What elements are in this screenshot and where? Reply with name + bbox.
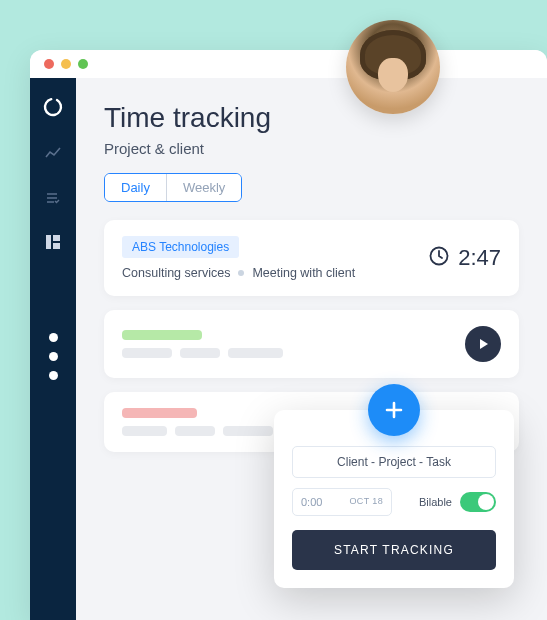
tab-daily[interactable]: Daily [105, 174, 166, 201]
placeholder-bar [175, 426, 215, 436]
logo-icon [42, 96, 64, 122]
billable-label: Bilable [419, 496, 452, 508]
client-chip[interactable]: ABS Technologies [122, 236, 239, 258]
page-subtitle: Project & client [104, 140, 519, 157]
svg-point-0 [42, 96, 64, 118]
sidebar-more-dots[interactable] [49, 333, 58, 380]
clock-icon [428, 245, 450, 271]
placeholder-bar [122, 408, 197, 418]
start-tracking-button[interactable]: START TRACKING [292, 530, 496, 570]
window-minimize-icon[interactable] [61, 59, 71, 69]
placeholder-bar [122, 330, 202, 340]
avatar [346, 20, 440, 114]
tasks-icon[interactable] [45, 190, 61, 210]
date-label: OCT 18 [349, 496, 383, 508]
add-entry-button[interactable] [368, 384, 420, 436]
placeholder-bar [228, 348, 283, 358]
billable-toggle[interactable] [460, 492, 496, 512]
new-entry-popup: Client - Project - Task 0:00 OCT 18 Bila… [274, 410, 514, 588]
svg-marker-5 [480, 339, 488, 349]
window-zoom-icon[interactable] [78, 59, 88, 69]
analytics-icon[interactable] [45, 146, 61, 166]
tab-weekly[interactable]: Weekly [166, 174, 241, 201]
view-tabs: Daily Weekly [104, 173, 242, 202]
placeholder-bar [122, 348, 172, 358]
active-entry-card: ABS Technologies Consulting services Mee… [104, 220, 519, 296]
entry-time: 2:47 [458, 245, 501, 271]
separator-dot-icon [238, 270, 244, 276]
entry-card-placeholder-1 [104, 310, 519, 378]
placeholder-bar [223, 426, 273, 436]
play-button[interactable] [465, 326, 501, 362]
entry-breadcrumbs: Consulting services Meeting with client [122, 266, 355, 280]
window-titlebar [30, 50, 547, 78]
entry-project: Consulting services [122, 266, 230, 280]
time-placeholder: 0:00 [301, 496, 322, 508]
page-title: Time tracking [104, 102, 519, 134]
entry-task: Meeting with client [252, 266, 355, 280]
window-close-icon[interactable] [44, 59, 54, 69]
sidebar [30, 78, 76, 620]
entry-selector-field[interactable]: Client - Project - Task [292, 446, 496, 478]
time-input[interactable]: 0:00 OCT 18 [292, 488, 392, 516]
placeholder-bar [180, 348, 220, 358]
svg-rect-1 [46, 235, 51, 249]
placeholder-bar [122, 426, 167, 436]
dashboard-icon[interactable] [45, 234, 61, 254]
svg-rect-2 [53, 235, 60, 241]
svg-rect-3 [53, 243, 60, 249]
